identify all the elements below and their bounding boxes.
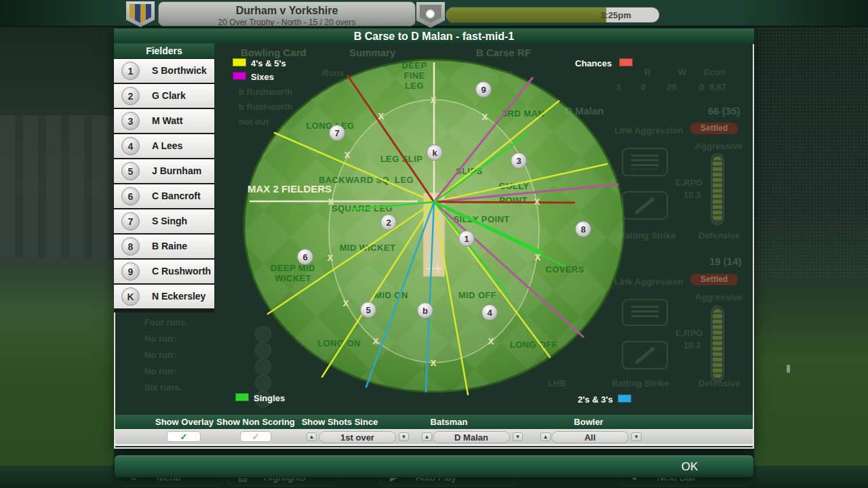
fielder-marker-label: 2 (386, 218, 391, 228)
field-position-label: MID OFF (458, 290, 496, 300)
fielder-row[interactable]: KN Eckersley (114, 285, 214, 308)
show-non-scoring-checkbox[interactable]: ✓ (240, 431, 271, 442)
ball-indicator (255, 375, 271, 391)
settled-badge: Settled (690, 123, 738, 134)
fielder-marker-label: 6 (302, 252, 307, 262)
dialog-title: B Carse to D Malan - fast-mid-1 (114, 28, 754, 44)
field-position-label: BACKWARD SQ. LEG (319, 175, 414, 185)
ok-bar: OK (114, 455, 754, 478)
sixes-legend-label: Sixes (251, 72, 274, 82)
fielder-row[interactable]: 9C Rushworth (114, 260, 214, 283)
fielder-marker-label: 7 (334, 128, 339, 138)
fielder-row[interactable]: 2G Clark (114, 84, 214, 108)
vacant-position-x-mark: x (378, 110, 384, 121)
fielder-marker-label: b (422, 306, 428, 316)
fielder-row[interactable]: 4A Lees (114, 134, 214, 158)
white-rose-icon (426, 9, 435, 18)
vacant-position-x-mark: x (328, 251, 334, 263)
vacant-position-x-mark: x (534, 195, 540, 207)
shot-line-chances (434, 202, 574, 203)
batsman-up-button[interactable]: ▲ (422, 432, 432, 441)
vacant-position-x-mark: x (535, 251, 541, 262)
bowler-label: Bowler (574, 417, 603, 427)
batsman-label: Batsman (431, 417, 468, 427)
fielder-name: C Rushworth (152, 260, 211, 283)
fielder-marker-label: k (432, 148, 437, 158)
fielder-number-badge: 4 (121, 137, 140, 155)
vacant-position-x-mark: x (488, 335, 494, 346)
fielders-panel-header: Fielders (114, 43, 214, 59)
vacant-position-x-mark: x (431, 357, 437, 368)
pads-icon (622, 299, 668, 326)
field-position-label: POINT (499, 195, 528, 205)
pads-icon-lines (631, 155, 659, 169)
field-position-label: MID ON (374, 290, 408, 300)
fielder-row[interactable]: 5J Burnham (114, 159, 214, 183)
batsman-dropdown[interactable]: D Malan (433, 431, 510, 443)
field-position-label: SLIPS (456, 166, 483, 176)
shots-since-up-button[interactable]: ▲ (307, 432, 317, 441)
show-overlay-checkbox[interactable]: ✓ (167, 431, 201, 442)
fielder-marker-label: 5 (366, 305, 370, 315)
ball-indicator (255, 342, 271, 359)
day-progress-bar: 3:25pm (446, 7, 660, 23)
show-overlay-label: Show Overlay (155, 417, 214, 427)
bat-icon (622, 191, 668, 220)
field-position-label: LONG ON (317, 338, 360, 348)
fielder-row[interactable]: 6C Bancroft (114, 184, 214, 208)
twos-threes-swatch (618, 394, 631, 403)
game-screen: ≡Menu▤Highlights▶Auto Play●Next Ball Dur… (0, 0, 868, 488)
vacant-position-x-mark: x (482, 110, 488, 122)
fielder-name: M Watt (152, 109, 182, 133)
batsman-down-button[interactable]: ▼ (513, 432, 523, 441)
max-two-fielders-label: MAX 2 FIELDERS (248, 183, 332, 195)
singles-swatch (235, 393, 249, 401)
right-dim-overlay (754, 27, 868, 488)
fielder-row[interactable]: 3M Watt (114, 109, 214, 133)
fielder-row[interactable]: 8B Raine (114, 235, 214, 258)
fielder-row[interactable]: 7S Singh (114, 209, 214, 233)
fielder-number-badge: 1 (121, 62, 140, 80)
left-dim-overlay (0, 27, 114, 488)
fielder-number-badge: 6 (121, 187, 140, 205)
vacant-position-x-mark: x (373, 335, 379, 346)
bowler-down-button[interactable]: ▼ (631, 432, 642, 441)
fielder-marker-label: 4 (487, 308, 492, 318)
pads-icon-lines (631, 306, 659, 319)
aggression-gauge-fill (713, 157, 722, 222)
shots-since-down-button[interactable]: ▼ (399, 432, 409, 441)
vacant-position-x-mark: x (328, 195, 334, 207)
fielder-marker-label: 8 (580, 224, 585, 235)
vacant-position-x-mark: x (431, 94, 437, 105)
fielder-name: B Raine (152, 235, 187, 258)
fielder-name: J Burnham (152, 159, 201, 183)
show-shots-since-label: Show Shots Since (302, 417, 378, 427)
aggression-gauge (711, 306, 724, 382)
ball-indicator (255, 326, 271, 342)
shots-since-dropdown[interactable]: 1st over (319, 431, 396, 443)
aggression-gauge-fill (713, 309, 722, 378)
bat-icon (622, 341, 668, 369)
bowler-dropdown[interactable]: All (551, 431, 629, 443)
fielder-name: A Lees (152, 134, 182, 158)
fielder-number-badge: 8 (121, 237, 140, 256)
show-non-scoring-label: Show Non Scoring (216, 417, 295, 427)
fielder-number-badge: K (121, 287, 140, 306)
match-title: Durham v Yorkshire (159, 5, 415, 17)
controls-strip: ✓ ✓ ▲ 1st over ▼ ▲ D Malan ▼ ▲ All ▼ (115, 429, 753, 446)
fielder-number-badge: 7 (121, 212, 140, 230)
twos-threes-legend-label: 2's & 3's (578, 394, 613, 405)
fielder-row[interactable]: 1S Borthwick (114, 59, 214, 83)
ok-button[interactable]: OK (649, 455, 730, 479)
singles-legend-label: Singles (254, 393, 285, 403)
fielder-name: N Eckersley (152, 285, 205, 308)
fielder-number-badge: 5 (121, 162, 140, 180)
durham-crest-inner (130, 4, 151, 23)
fours-fives-legend-label: 4's & 5's (251, 58, 286, 68)
chances-swatch (619, 58, 633, 66)
fielder-name: S Singh (152, 209, 187, 233)
fielders-rows: 1S Borthwick2G Clark3M Watt4A Lees5J Bur… (114, 59, 214, 308)
fielder-number-badge: 2 (121, 87, 140, 105)
fielder-marker-label: 3 (516, 156, 521, 166)
bowler-up-button[interactable]: ▲ (540, 432, 551, 441)
